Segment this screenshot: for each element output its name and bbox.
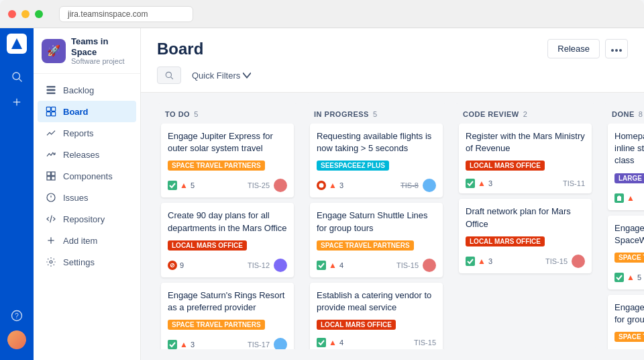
card-title: Engage JetShuttle SpaceWays for travel (614, 222, 644, 246)
card-icons: ▲4 (317, 261, 343, 270)
count-badge: 4 (339, 261, 343, 269)
check-icon (317, 338, 326, 347)
card-tag: LARGE TEAM SUPPORT (614, 173, 644, 183)
nav-item-add-item[interactable]: Add item (38, 230, 136, 251)
card-footer: ▲3TIS-11 (466, 179, 585, 188)
column-codereview: CODE REVIEW 2Register with the Mars Mini… (455, 103, 596, 349)
card[interactable]: Draft network plan for Mars OfficeLOCAL … (459, 199, 592, 273)
column-inprogress: IN PROGRESS 5Requesting available flight… (306, 103, 447, 349)
nav-label-issues: Issues (63, 193, 89, 203)
toolbar: Quick Filters (157, 66, 628, 92)
nav-item-issues[interactable]: Issues (38, 187, 136, 208)
card-tag: SPACE TRAVEL PARTNERS (168, 161, 265, 171)
user-avatar[interactable] (7, 330, 26, 349)
card-title: Establish a catering vendor to provide m… (317, 289, 436, 314)
card[interactable]: Create 90 day plans for all departments … (161, 203, 294, 277)
app-wrapper: ? 🚀 Teams in Space Software project Back… (0, 28, 644, 360)
nav-label-repository: Repository (63, 214, 105, 224)
column-header: CODE REVIEW 2 (455, 103, 596, 124)
priority-icon: ▲ (329, 181, 337, 190)
column-cards: Requesting available flights is now taki… (306, 124, 447, 349)
sidebar-icon-help[interactable]: ? (5, 304, 29, 328)
traffic-light-yellow[interactable] (21, 10, 30, 18)
card-tag: SPACE TRAVEL PARTNERS (614, 332, 644, 342)
card-tag: SPACE TRAVEL PARTNERS (317, 240, 414, 251)
card-icons: ▲5 (614, 273, 641, 282)
card-tag: LOCAL MARS OFFICE (466, 161, 545, 171)
card-tag: SPACE TRAVEL PARTNERS (168, 320, 265, 330)
svg-rect-16 (47, 172, 50, 175)
story-icon (614, 193, 624, 203)
card-footer: ▲5TIS-25 (168, 179, 287, 192)
card-icons: ▲ (614, 193, 635, 203)
column-label: IN PROGRESS (314, 110, 369, 118)
card[interactable]: Engage Saturn Shuttle Lines for group to… (310, 203, 443, 277)
card-meta: TIS-11 (563, 179, 585, 187)
header-top: Board Release (157, 39, 628, 58)
card-footer: ▲5TIS-23 (614, 271, 644, 284)
quick-filters-button[interactable]: Quick Filters (186, 67, 256, 84)
count-badge: 3 (488, 257, 492, 265)
priority-icon: ▲ (627, 193, 635, 203)
sidebar-icon-search[interactable] (5, 64, 29, 89)
column-todo: TO DO 5Engage Jupiter Express for outer … (157, 103, 298, 349)
search-box[interactable] (157, 66, 181, 84)
sidebar-icon-add[interactable] (5, 90, 29, 114)
icon-sidebar-bottom: ? (5, 304, 29, 355)
nav-item-settings[interactable]: Settings (38, 251, 136, 273)
svg-marker-0 (11, 38, 22, 49)
app-logo[interactable] (7, 34, 27, 54)
priority-icon: ▲ (329, 338, 337, 347)
priority-icon: ▲ (627, 273, 635, 282)
card-title: Homepage footer uses an inline style - s… (614, 130, 644, 167)
nav-item-components[interactable]: Components (38, 165, 136, 187)
nav-item-reports[interactable]: Reports (38, 122, 136, 144)
url-bar[interactable]: jira.teamsinspace.com (59, 6, 193, 22)
release-button[interactable]: Release (547, 39, 600, 58)
column-header: TO DO 5 (157, 103, 298, 124)
page-title: Board (157, 40, 203, 58)
card-title: Engage Saturn Shuttle Lines for group to… (614, 302, 644, 326)
card[interactable]: Requesting available flights is now taki… (310, 124, 443, 197)
card-tag: SEESPACEEZ PLUS (317, 161, 389, 171)
nav-item-board[interactable]: Board (38, 101, 136, 122)
nav-item-backlog[interactable]: Backlog (38, 79, 136, 101)
card-meta: TIS-17 (248, 338, 287, 349)
svg-rect-12 (46, 112, 50, 116)
column-done: DONE 8Homepage footer uses an inline sty… (604, 103, 644, 349)
card-id: TIS-11 (563, 179, 585, 187)
icon-sidebar: ? (0, 28, 34, 360)
check-icon (466, 257, 475, 266)
column-label: TO DO (165, 110, 190, 118)
nav-item-repository[interactable]: Repository (38, 208, 136, 230)
more-button[interactable] (605, 39, 628, 58)
main-content: Board Release Quick Filters (141, 28, 644, 360)
nav-label-add-item: Add item (63, 236, 97, 246)
card-meta: TIS-15 (414, 339, 436, 347)
card-footer: ▲3TIS-8 (317, 179, 436, 192)
card[interactable]: Engage Jupiter Express for outer solar s… (161, 124, 294, 197)
project-info: Teams in Space Software project (71, 36, 132, 65)
card-avatar (423, 179, 436, 192)
card-icons: ▲3 (317, 181, 343, 190)
card-id: TIS-15 (396, 261, 419, 269)
card[interactable]: Register with the Mars Ministry of Reven… (459, 124, 592, 193)
card[interactable]: Engage Saturn Shuttle Lines for group to… (608, 295, 644, 349)
card[interactable]: Engage Saturn's Rings Resort as a prefer… (161, 283, 294, 349)
card-title: Engage Saturn Shuttle Lines for group to… (317, 210, 436, 234)
card-avatar (274, 338, 287, 349)
card-meta: TIS-25 (248, 179, 287, 192)
card-icons: ▲3 (168, 340, 195, 349)
count-badge: 3 (339, 181, 343, 189)
traffic-light-green[interactable] (35, 10, 43, 18)
svg-line-23 (50, 216, 52, 223)
card-tag: LOCAL MARS OFFICE (168, 240, 247, 251)
card-footer: ▲TIS-68 (614, 191, 644, 205)
svg-point-1 (13, 73, 20, 80)
nav-item-releases[interactable]: Releases (38, 144, 136, 165)
card[interactable]: Engage JetShuttle SpaceWays for travelSP… (608, 216, 644, 289)
traffic-light-red[interactable] (8, 10, 16, 18)
check-icon (317, 261, 326, 270)
card[interactable]: Homepage footer uses an inline style - s… (608, 124, 644, 210)
card[interactable]: Establish a catering vendor to provide m… (310, 283, 443, 349)
